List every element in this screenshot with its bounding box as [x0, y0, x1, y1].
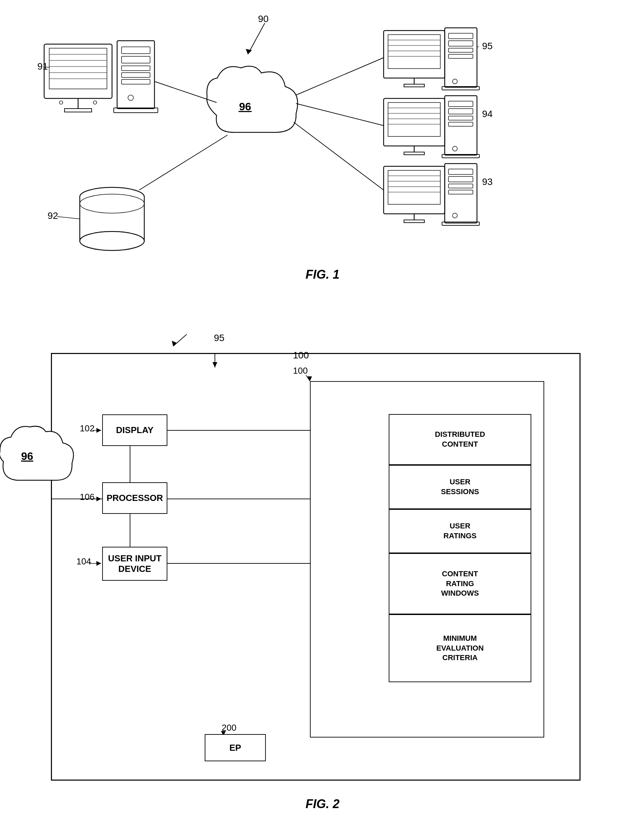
svg-rect-83	[404, 220, 424, 223]
svg-line-135	[173, 334, 187, 346]
svg-text:93: 93	[482, 177, 493, 187]
svg-rect-61	[388, 102, 440, 136]
svg-rect-16	[122, 66, 150, 71]
svg-text:200: 200	[222, 723, 236, 733]
svg-point-12	[94, 101, 97, 104]
fig2-area: 95 100 102 106	[17, 329, 628, 815]
memory-box: MEMORY DISTRIBUTED CONTENT USER SESSIONS…	[310, 381, 544, 738]
svg-rect-77	[388, 171, 440, 204]
content-rating-windows-label: CONTENT RATING WINDOWS	[441, 569, 479, 598]
svg-rect-52	[449, 33, 473, 39]
fig1-label: FIG. 1	[306, 267, 340, 282]
svg-rect-69	[449, 101, 473, 107]
svg-marker-108	[97, 561, 101, 566]
svg-line-98	[306, 375, 310, 381]
svg-text:102: 102	[80, 423, 94, 433]
svg-marker-105	[97, 497, 101, 501]
svg-rect-13	[117, 41, 154, 108]
svg-rect-68	[445, 96, 477, 155]
svg-rect-70	[449, 108, 473, 114]
svg-text:96: 96	[21, 450, 33, 462]
svg-text:95: 95	[482, 41, 493, 51]
svg-rect-72	[449, 122, 473, 126]
distributed-content-box: DISTRIBUTED CONTENT	[389, 414, 531, 465]
page: 90	[0, 0, 644, 840]
fig1-area: 90	[17, 10, 628, 289]
svg-marker-99	[307, 376, 312, 381]
svg-rect-60	[384, 98, 445, 146]
svg-point-38	[80, 231, 144, 251]
svg-line-42	[139, 135, 227, 190]
svg-line-0	[248, 23, 265, 54]
system-box: 100 102 106 104	[51, 353, 580, 781]
svg-rect-86	[449, 177, 473, 182]
svg-rect-84	[445, 164, 477, 223]
svg-marker-96	[212, 362, 217, 368]
ep-label: EP	[230, 743, 242, 753]
svg-rect-51	[445, 28, 477, 87]
svg-text:91: 91	[37, 61, 48, 72]
svg-rect-15	[122, 56, 150, 63]
svg-line-93	[296, 103, 384, 126]
svg-rect-43	[384, 31, 445, 78]
svg-rect-85	[449, 169, 473, 174]
user-sessions-label: USER SESSIONS	[441, 477, 479, 497]
svg-rect-2	[44, 44, 112, 98]
user-sessions-box: USER SESSIONS	[389, 465, 531, 509]
svg-rect-44	[388, 34, 440, 69]
processor-label: PROCESSOR	[107, 493, 163, 503]
fig2-label: FIG. 2	[306, 797, 340, 811]
svg-rect-67	[404, 152, 424, 155]
svg-text:94: 94	[482, 108, 493, 119]
svg-rect-90	[442, 222, 479, 225]
svg-text:106: 106	[80, 492, 94, 502]
svg-rect-50	[404, 84, 424, 87]
ep-box: EP	[205, 734, 266, 761]
user-input-box: USER INPUT DEVICE	[102, 547, 168, 581]
svg-line-41	[57, 217, 80, 219]
svg-point-19	[128, 95, 133, 100]
svg-text:104: 104	[76, 556, 91, 566]
user-input-label: USER INPUT DEVICE	[108, 553, 161, 574]
content-rating-windows-box: CONTENT RATING WINDOWS	[389, 553, 531, 614]
svg-rect-17	[122, 73, 150, 77]
svg-point-56	[453, 79, 457, 84]
minimum-evaluation-box: MINIMUM EVALUATION CRITERIA	[389, 614, 531, 682]
svg-rect-88	[449, 190, 473, 194]
user-ratings-label: USER RATINGS	[444, 521, 476, 541]
fig2-ref-arrow	[153, 329, 221, 356]
svg-text:96: 96	[239, 100, 251, 113]
ref-100-label: 100	[293, 350, 309, 361]
svg-rect-87	[449, 184, 473, 188]
svg-text:92: 92	[48, 210, 58, 221]
svg-rect-14	[122, 47, 150, 54]
svg-text:100: 100	[293, 366, 307, 376]
svg-rect-10	[64, 108, 92, 112]
processor-box: PROCESSOR	[102, 482, 168, 514]
distributed-content-label: DISTRIBUTED CONTENT	[435, 430, 485, 449]
fig1-svg: 91 96	[17, 10, 628, 289]
svg-rect-76	[384, 166, 445, 214]
display-label: DISPLAY	[116, 425, 153, 435]
fig2-cloud-svg: 96	[0, 424, 82, 506]
svg-point-11	[59, 101, 63, 104]
svg-marker-1	[246, 49, 252, 54]
svg-line-94	[294, 122, 384, 190]
svg-marker-102	[97, 428, 101, 433]
svg-line-92	[296, 58, 384, 95]
svg-rect-53	[449, 41, 473, 46]
svg-rect-54	[449, 48, 473, 52]
minimum-evaluation-label: MINIMUM EVALUATION CRITERIA	[436, 634, 484, 663]
user-ratings-box: USER RATINGS	[389, 509, 531, 553]
display-box: DISPLAY	[102, 414, 168, 446]
svg-rect-55	[449, 54, 473, 58]
svg-point-89	[453, 213, 457, 218]
svg-point-73	[453, 146, 457, 151]
svg-rect-71	[449, 116, 473, 120]
svg-rect-18	[122, 79, 150, 84]
